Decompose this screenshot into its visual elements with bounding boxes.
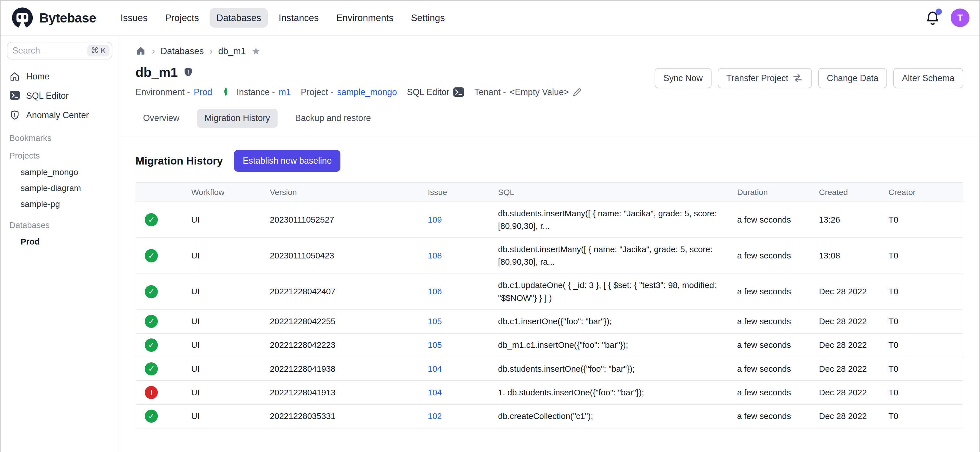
bookmark-star-icon[interactable]: ★: [251, 46, 261, 56]
notification-dot: [935, 8, 942, 15]
issue-link[interactable]: 104: [428, 380, 498, 404]
version-cell: 20221228042407: [270, 274, 428, 310]
issue-link[interactable]: 102: [428, 404, 498, 428]
created-cell: Dec 28 2022: [819, 380, 888, 404]
bytebase-logo[interactable]: Bytebase: [11, 6, 96, 30]
workflow-cell: UI: [191, 333, 270, 357]
sql-cell: db.students.insertOne({"foo": "bar"});: [498, 357, 737, 380]
transfer-project-button[interactable]: Transfer Project: [718, 68, 812, 88]
success-status-icon: ✓: [145, 213, 158, 226]
user-avatar[interactable]: T: [951, 8, 969, 27]
tab-overview[interactable]: Overview: [136, 109, 187, 128]
notifications-button[interactable]: [924, 10, 941, 26]
duration-cell: a few seconds: [737, 274, 819, 310]
success-status-icon: ✓: [145, 249, 158, 262]
breadcrumb-home-icon[interactable]: [136, 46, 146, 56]
sql-editor-link[interactable]: SQL Editor: [407, 87, 465, 97]
instance-link[interactable]: m1: [279, 87, 291, 97]
version-cell: 20221228041913: [270, 380, 428, 404]
tab-migration-history[interactable]: Migration History: [197, 109, 278, 128]
nav-item-instances[interactable]: Instances: [272, 8, 326, 28]
version-cell: 20221228041938: [270, 357, 428, 380]
nav-item-environments[interactable]: Environments: [329, 8, 401, 28]
breadcrumb-databases[interactable]: Databases: [161, 46, 204, 56]
sidebar-item-anomaly-center[interactable]: Anomaly Center: [7, 105, 112, 125]
brand-name: Bytebase: [39, 10, 96, 26]
column-header-status: [136, 182, 191, 202]
version-cell: 20221228042223: [270, 333, 428, 357]
creator-cell: T0: [888, 404, 963, 428]
nav-item-issues[interactable]: Issues: [114, 8, 155, 28]
main-area: ⌘ K Home SQL Editor: [0, 35, 980, 452]
table-row: ✓ UI 20221228041938 104 db.students.inse…: [136, 357, 963, 380]
creator-cell: T0: [888, 310, 963, 333]
home-icon: [10, 71, 20, 82]
workflow-cell: UI: [191, 404, 270, 428]
nav-item-databases[interactable]: Databases: [210, 8, 268, 28]
sql-cell: db.createCollection("c1");: [498, 404, 737, 428]
change-data-button[interactable]: Change Data: [818, 68, 887, 88]
creator-cell: T0: [888, 202, 963, 238]
sql-editor-icon: [453, 87, 465, 97]
sidebar-item-sample-mongo[interactable]: sample_mongo: [7, 164, 112, 180]
issue-link[interactable]: 105: [428, 333, 498, 357]
sidebar-item-label: SQL Editor: [26, 91, 68, 101]
column-header-creator: Creator: [888, 182, 963, 202]
workflow-cell: UI: [191, 357, 270, 380]
sidebar-item-sql-editor[interactable]: SQL Editor: [7, 86, 112, 105]
breadcrumb-separator: ›: [152, 46, 155, 56]
sidebar-item-sample-pg[interactable]: sample-pg: [7, 196, 112, 212]
success-status-icon: ✓: [145, 285, 158, 298]
created-cell: Dec 28 2022: [819, 357, 888, 380]
establish-baseline-button[interactable]: Establish new baseline: [234, 150, 340, 172]
created-cell: Dec 28 2022: [819, 310, 888, 333]
project-link[interactable]: sample_mongo: [337, 87, 397, 97]
sidebar-item-home[interactable]: Home: [7, 67, 112, 86]
creator-cell: T0: [888, 274, 963, 310]
top-bar: Bytebase IssuesProjectsDatabasesInstance…: [0, 0, 980, 35]
workflow-cell: UI: [191, 202, 270, 238]
breadcrumb: › Databases › db_m1 ★: [136, 46, 963, 56]
duration-cell: a few seconds: [737, 333, 819, 357]
sidebar-project-list: sample_mongosample-diagramsample-pg: [7, 164, 112, 212]
sql-cell: db.students.insertMany([ { name: "Jacika…: [498, 202, 737, 238]
creator-cell: T0: [888, 238, 963, 273]
nav-item-settings[interactable]: Settings: [404, 8, 452, 28]
search-box[interactable]: ⌘ K: [7, 42, 112, 59]
issue-link[interactable]: 105: [428, 310, 498, 333]
success-status-icon: ✓: [145, 410, 158, 423]
environment-link[interactable]: Prod: [194, 87, 212, 97]
sidebar: ⌘ K Home SQL Editor: [0, 35, 119, 452]
sidebar-item-label: Anomaly Center: [26, 110, 89, 120]
section-label: Bookmarks: [7, 133, 112, 143]
error-status-icon: !: [145, 386, 158, 399]
migration-table-body: ✓ UI 20230111052527 109 db.students.inse…: [136, 202, 963, 428]
page-title: db_m1: [136, 65, 178, 80]
issue-link[interactable]: 108: [428, 238, 498, 273]
nav-item-projects[interactable]: Projects: [158, 8, 205, 28]
created-cell: Dec 28 2022: [819, 333, 888, 357]
issue-link[interactable]: 104: [428, 357, 498, 380]
breadcrumb-db-m1[interactable]: db_m1: [218, 46, 246, 56]
sidebar-item-label: Home: [26, 72, 49, 82]
content: › Databases › db_m1 ★ db_m1 Sync Now Tra…: [119, 35, 980, 452]
table-row: ✓ UI 20230111050423 108 db.student.inser…: [136, 238, 963, 273]
version-cell: 20230111052527: [270, 202, 428, 238]
issue-link[interactable]: 109: [428, 202, 498, 238]
sql-cell: db.c1.updateOne( { _id: 3 }, [ { $set: {…: [498, 274, 737, 310]
alter-schema-button[interactable]: Alter Schema: [893, 68, 963, 88]
sidebar-item-sample-diagram[interactable]: sample-diagram: [7, 180, 112, 196]
column-header-created: Created: [819, 182, 888, 202]
topbar-right: T: [924, 8, 969, 27]
tab-backup-and-restore[interactable]: Backup and restore: [288, 109, 378, 128]
created-cell: 13:26: [819, 202, 888, 238]
edit-pencil-icon[interactable]: [573, 87, 583, 97]
duration-cell: a few seconds: [737, 404, 819, 428]
sidebar-item-prod[interactable]: Prod: [7, 234, 112, 250]
issue-link[interactable]: 106: [428, 274, 498, 310]
sql-editor-icon: [10, 91, 20, 101]
sync-now-button[interactable]: Sync Now: [655, 68, 711, 88]
version-cell: 20230111050423: [270, 238, 428, 273]
table-row: ✓ UI 20230111052527 109 db.students.inse…: [136, 202, 963, 238]
sidebar-database-list: Prod: [7, 234, 112, 250]
